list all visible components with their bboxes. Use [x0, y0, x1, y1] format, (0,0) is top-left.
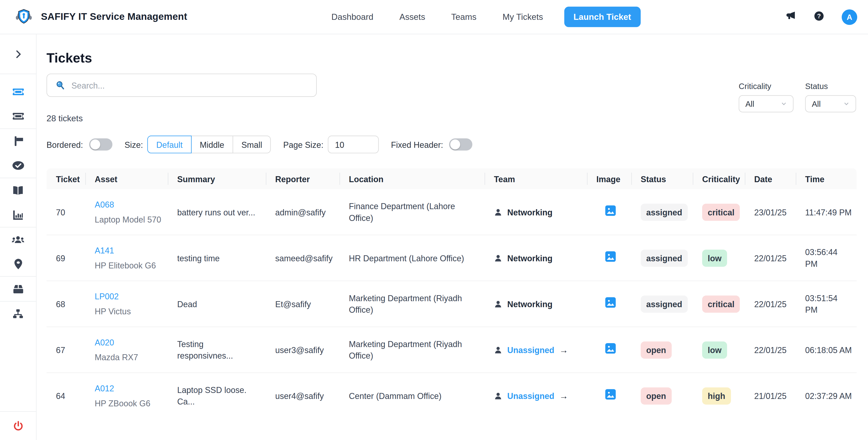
criticality-filter: Criticality All — [739, 82, 794, 112]
status-select[interactable]: All — [805, 95, 856, 112]
filters: Criticality All Status All — [739, 82, 856, 112]
col-reporter: Reporter — [266, 168, 339, 189]
megaphone-icon[interactable] — [785, 10, 796, 24]
asset-cell: A068 Laptop Model 570 — [85, 189, 168, 235]
tickets-table: Ticket Asset Summary Reporter Location T… — [46, 168, 857, 418]
logout-button[interactable] — [0, 420, 36, 432]
users-icon — [11, 233, 25, 247]
sidebar-item-tickets-active[interactable] — [0, 80, 36, 104]
page-title: Tickets — [46, 50, 868, 66]
bordered-toggle[interactable] — [89, 138, 112, 151]
arrow-right-icon: → — [559, 344, 568, 355]
asset-name: HP ZBoook G6 — [95, 397, 163, 409]
content-area: Tickets Criticality All — [36, 34, 868, 440]
criticality-cell: low — [693, 235, 745, 281]
team-cell: Unassigned → — [485, 373, 587, 418]
nav-teams[interactable]: Teams — [451, 12, 477, 22]
team-name[interactable]: Unassigned — [507, 344, 554, 355]
nav-my-tickets[interactable]: My Tickets — [502, 12, 543, 22]
team-name[interactable]: Networking — [507, 206, 552, 218]
page-size-input[interactable] — [328, 135, 379, 153]
criticality-badge: high — [702, 387, 731, 404]
sidebar-item-knowledge-base[interactable] — [0, 178, 36, 203]
status-label: Status — [805, 82, 856, 91]
sidebar-item-assets-box[interactable] — [0, 277, 36, 301]
image-thumbnail-icon[interactable] — [605, 297, 616, 311]
image-cell — [587, 235, 631, 281]
fixed-header-toggle[interactable] — [449, 138, 472, 151]
criticality-badge: low — [702, 249, 727, 266]
col-summary: Summary — [168, 168, 266, 189]
status-badge: open — [641, 387, 672, 404]
date-cell: 22/01/25 — [745, 235, 796, 281]
image-thumbnail-icon[interactable] — [605, 343, 616, 356]
sidebar-item-teams[interactable] — [0, 227, 36, 252]
criticality-cell: critical — [693, 189, 745, 235]
sidebar-item-network[interactable] — [0, 302, 36, 326]
ticket-icon — [11, 85, 25, 99]
team-name[interactable]: Networking — [507, 298, 552, 310]
sidebar-logout — [0, 411, 36, 440]
help-icon[interactable]: ? — [813, 10, 825, 24]
date-cell: 22/01/25 — [745, 327, 796, 373]
location-cell: Finance Department (Lahore Office) — [339, 189, 485, 235]
person-icon — [494, 391, 502, 400]
arrow-right-icon: → — [559, 390, 568, 402]
size-small-button[interactable]: Small — [232, 135, 271, 153]
asset-code-link[interactable]: A020 — [95, 337, 114, 348]
sidebar-item-signpost[interactable] — [0, 129, 36, 153]
asset-code-link[interactable]: LP002 — [95, 290, 119, 302]
sidebar-item-reports[interactable] — [0, 202, 36, 227]
summary-cell: Dead — [168, 281, 266, 327]
main-nav: Dashboard Assets Teams My Tickets — [331, 12, 543, 22]
team-name[interactable]: Networking — [507, 252, 552, 263]
table-row: 70 A068 Laptop Model 570 battery runs ou… — [46, 189, 857, 235]
asset-code-link[interactable]: A068 — [95, 199, 114, 210]
summary-cell: Testing responsivnes... — [168, 327, 266, 373]
criticality-value: All — [745, 99, 754, 108]
location-cell: Marketing Department (Riyadh Office) — [339, 281, 485, 327]
image-cell — [587, 327, 631, 373]
user-avatar[interactable]: A — [842, 9, 857, 25]
col-time: Time — [796, 168, 857, 189]
image-thumbnail-icon[interactable] — [605, 389, 616, 402]
search-input[interactable] — [46, 73, 317, 97]
col-image: Image — [587, 168, 631, 189]
asset-code-link[interactable]: A141 — [95, 245, 114, 256]
launch-ticket-button[interactable]: Launch Ticket — [564, 7, 641, 27]
asset-code-link[interactable]: A012 — [95, 382, 114, 394]
sidebar-item-approvals[interactable] — [0, 153, 36, 178]
sidebar-collapse-button[interactable] — [0, 49, 36, 60]
size-default-button[interactable]: Default — [148, 135, 191, 153]
sidebar-item-tickets-all[interactable] — [0, 104, 36, 128]
reporter-cell: sameed@safify — [266, 235, 339, 281]
sidebar-item-locations[interactable] — [0, 252, 36, 276]
col-location: Location — [339, 168, 485, 189]
brand: SAFIFY IT Service Management — [0, 6, 187, 28]
date-cell: 22/01/25 — [745, 281, 796, 327]
team-cell: Networking — [485, 189, 587, 235]
criticality-select[interactable]: All — [739, 95, 794, 112]
ticket-id: 67 — [46, 327, 85, 373]
size-middle-button[interactable]: Middle — [191, 135, 233, 153]
nav-dashboard[interactable]: Dashboard — [331, 12, 373, 22]
team-name[interactable]: Unassigned — [507, 390, 554, 402]
chevron-down-icon — [780, 100, 787, 107]
person-icon — [494, 300, 502, 308]
col-ticket: Ticket — [46, 168, 85, 189]
status-badge: assigned — [641, 249, 688, 266]
check-oval-icon — [11, 159, 25, 172]
image-thumbnail-icon[interactable] — [605, 251, 616, 265]
status-badge: assigned — [641, 295, 688, 312]
col-team: Team — [485, 168, 587, 189]
status-badge: open — [641, 341, 672, 358]
reporter-cell: user4@safify — [266, 373, 339, 418]
table-row: 68 LP002 HP Victus Dead Et@safify Market… — [46, 281, 857, 327]
criticality-badge: critical — [702, 295, 740, 312]
status-badge: assigned — [641, 203, 688, 220]
image-thumbnail-icon[interactable] — [605, 205, 616, 219]
svg-text:?: ? — [817, 12, 821, 19]
nav-assets[interactable]: Assets — [399, 12, 425, 22]
top-bar: SAFIFY IT Service Management Dashboard A… — [0, 0, 868, 34]
book-icon — [11, 184, 24, 197]
